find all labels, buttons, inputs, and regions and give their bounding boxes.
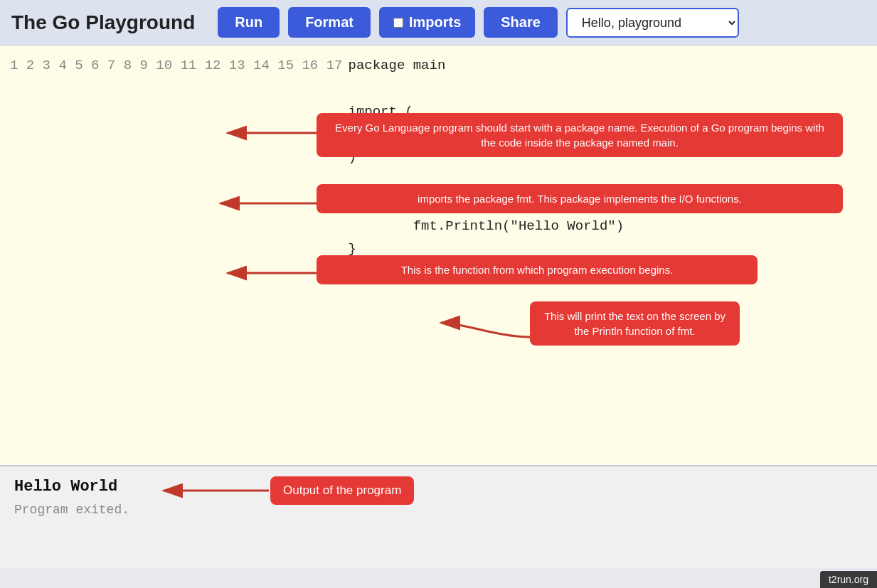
func-annotation: This is the function from which program … <box>317 255 758 284</box>
footer: t2run.org <box>820 571 877 588</box>
app-title: The Go Playground <box>11 11 195 34</box>
code-area: 1 2 3 4 5 6 7 8 9 10 11 12 13 14 15 16 1… <box>0 46 877 465</box>
imports-checkbox[interactable] <box>393 18 403 28</box>
run-button[interactable]: Run <box>218 7 280 38</box>
package-annotation: Every Go Language program should start w… <box>317 113 843 157</box>
output-annotation: Output of the program <box>270 476 414 505</box>
imports-label: Imports <box>409 14 461 31</box>
header: The Go Playground Run Format Imports Sha… <box>0 0 877 46</box>
format-button[interactable]: Format <box>288 7 371 38</box>
output-exited: Program exited. <box>14 503 863 517</box>
output-hello: Hello World <box>14 478 863 496</box>
import-annotation: imports the package fmt. This package im… <box>317 184 843 213</box>
footer-label: t2run.org <box>829 574 868 585</box>
share-button[interactable]: Share <box>484 7 558 38</box>
output-area: Hello World Program exited. Output of th… <box>0 465 877 568</box>
line-numbers: 1 2 3 4 5 6 7 8 9 10 11 12 13 14 15 16 1… <box>0 46 348 465</box>
examples-select[interactable]: Hello, playgroundFibonacci ClosureHello,… <box>566 8 739 38</box>
hello-world-text: Hello World <box>14 478 117 496</box>
imports-button[interactable]: Imports <box>379 7 475 38</box>
println-annotation: This will print the text on the screen b… <box>530 301 740 346</box>
